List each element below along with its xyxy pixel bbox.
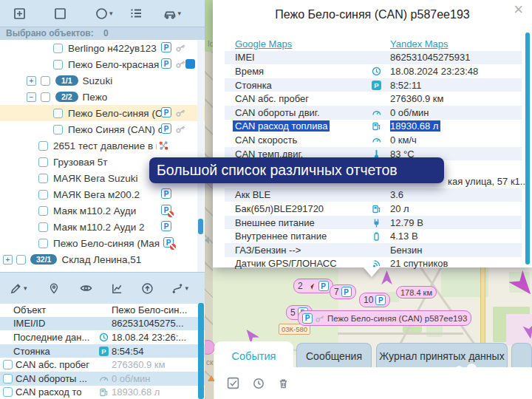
- map-cluster-7[interactable]: 7 P: [330, 284, 356, 299]
- eye-visibility-icon[interactable]: [79, 282, 93, 295]
- popup-row: Внешнее питание 12.79 В: [225, 216, 522, 230]
- reports-tooltip: Большой список различных отчетов: [149, 157, 444, 183]
- unit-row[interactable]: Пежо Бело-красная P: [0, 56, 205, 72]
- popup-row: Бак(65л)BLE291720 20 л: [225, 202, 522, 216]
- google-maps-link[interactable]: Google Maps: [235, 38, 292, 50]
- unit-row[interactable]: Пежо Бело-синяя (Мая P: [0, 235, 205, 251]
- key-icon: [174, 41, 188, 55]
- unit-row-selected[interactable]: Пежо Бело-синяя (С P: [0, 105, 205, 121]
- chevron-down-icon[interactable]: ▾: [109, 10, 113, 17]
- send-command-icon[interactable]: [141, 282, 154, 295]
- sensor-checkbox[interactable]: [3, 360, 13, 369]
- parking-badge-icon: P: [161, 221, 171, 231]
- unit-row[interactable]: Berlingo н422ув123 P: [0, 40, 205, 56]
- popup-scrollbar[interactable]: [525, 33, 530, 265]
- checkbox-checked-icon[interactable]: [227, 377, 239, 389]
- avito-watermark: Avito: [454, 364, 532, 390]
- group-count-badge: 2/2: [55, 92, 78, 102]
- group-row[interactable]: + 1/1 Suzuki: [0, 72, 205, 89]
- selection-square-icon[interactable]: [54, 7, 66, 20]
- info-row: Последние дан... 18.08.24 23:26:...: [0, 330, 205, 344]
- unit-checkbox[interactable]: [38, 174, 48, 183]
- group-checkbox[interactable]: [16, 255, 26, 265]
- edit-pencil-icon[interactable]: [10, 282, 22, 295]
- avito-logo-icon: [454, 364, 480, 390]
- location-pin-icon[interactable]: [48, 282, 60, 295]
- parking-icon: P: [372, 81, 381, 90]
- chevron-down-icon[interactable]: ▾: [24, 284, 27, 292]
- group-checkbox[interactable]: [41, 92, 50, 102]
- parking-badge-icon: P: [161, 107, 171, 117]
- info-row: Стоянка P 8:54:54: [0, 344, 205, 358]
- chart-icon[interactable]: [111, 282, 123, 295]
- chevron-down-icon[interactable]: ▾: [185, 284, 189, 292]
- chevron-down-icon[interactable]: ▾: [178, 10, 182, 17]
- sensor-checkbox[interactable]: [3, 387, 13, 397]
- unit-checkbox[interactable]: [53, 125, 63, 134]
- unit-checkbox[interactable]: [38, 190, 48, 200]
- unit-checkbox[interactable]: [53, 109, 63, 118]
- add-unit-icon[interactable]: [13, 7, 26, 20]
- map-green-field: [213, 259, 338, 355]
- expand-icon[interactable]: +: [27, 76, 36, 86]
- popup-row: IMEI 862531045275931: [225, 51, 522, 65]
- unit-checkbox[interactable]: [38, 157, 48, 167]
- units-toolbar: ▾ ▾: [0, 0, 205, 27]
- parking-badge-icon: P: [341, 287, 352, 297]
- unit-checkbox[interactable]: [53, 60, 63, 69]
- unit-checkbox[interactable]: [38, 206, 48, 216]
- unit-info-table: Объект Пежо Бело-син... IMEI/ID 86253104…: [0, 303, 205, 399]
- popup-row-selected[interactable]: CAN расход топлива 18930.68 л: [225, 120, 522, 134]
- selection-circle-icon[interactable]: [95, 7, 108, 20]
- close-icon[interactable]: ×: [514, 1, 523, 18]
- map-unit-bubble[interactable]: P Пежо Бело-синяя (CAN) p587ee193: [298, 310, 471, 326]
- map-cluster-2[interactable]: 2 P: [293, 279, 333, 293]
- gauge-icon: [372, 135, 381, 145]
- unit-row[interactable]: Маяк м110.2 Ауди P: [0, 202, 205, 219]
- sidebar-collapse-icon[interactable]: [205, 236, 209, 244]
- popup-row: ГАЗ/Бензин --> Бензин: [225, 243, 522, 257]
- tab-messages[interactable]: Сообщения: [296, 343, 372, 368]
- group-checkbox[interactable]: [41, 76, 50, 86]
- clock-icon: [99, 332, 109, 342]
- group-row[interactable]: − 2/2 Пежо: [0, 89, 205, 105]
- unit-list-scrollbar[interactable]: [197, 40, 204, 272]
- yandex-maps-link[interactable]: Yandex Maps: [390, 38, 449, 50]
- disabled-mark-icon: [170, 244, 176, 250]
- info-row: CAN абс. пробег 276360.9 км: [0, 358, 205, 372]
- cluster-count: 2: [298, 281, 303, 291]
- track-route-icon[interactable]: [171, 282, 184, 295]
- key-icon: [174, 106, 188, 120]
- map-cluster-10[interactable]: 10 P: [359, 293, 390, 307]
- track-arrow-icon: [522, 324, 532, 340]
- unit-row[interactable]: МАЯК Вега м200.2 P: [0, 186, 205, 202]
- key-icon: [174, 123, 188, 136]
- unit-row[interactable]: Маяк м110.2 Ауди 2 P: [0, 219, 205, 235]
- parking-icon: P: [99, 347, 109, 356]
- cluster-count: 7: [334, 287, 339, 297]
- list-view-icon[interactable]: [129, 7, 143, 20]
- unit-checkbox[interactable]: [38, 222, 48, 232]
- unit-checkbox[interactable]: [38, 239, 48, 248]
- clock-icon[interactable]: [253, 378, 265, 389]
- vehicle-filter-icon[interactable]: [163, 7, 177, 20]
- unit-row[interactable]: 2651 тест давление в ш: [0, 137, 205, 154]
- trash-icon[interactable]: [278, 378, 289, 389]
- gauge-icon: [372, 108, 381, 117]
- info-table-scrollbar[interactable]: [198, 303, 204, 399]
- sensor-checkbox[interactable]: [3, 374, 13, 383]
- unit-row[interactable]: Пежо Синяя (CAN) с P: [0, 121, 205, 137]
- popup-row: CAN абс. пробег 276360.9 км: [225, 92, 522, 106]
- expand-icon[interactable]: +: [3, 255, 13, 265]
- parking-badge-icon: P: [302, 313, 313, 324]
- unit-list-scrollbar-thumb[interactable]: [198, 219, 203, 234]
- tab-events[interactable]: События: [214, 341, 293, 371]
- unit-checkbox[interactable]: [38, 141, 48, 151]
- selected-count: 0: [103, 28, 109, 38]
- parking-badge-icon: P: [375, 295, 386, 305]
- clock-icon: [372, 66, 381, 76]
- sidebar: ▾ ▾ Выбрано объектов: 0 Berlingo н422ув1…: [0, 0, 205, 399]
- unit-checkbox[interactable]: [53, 44, 63, 53]
- collapse-icon[interactable]: −: [27, 92, 36, 102]
- group-row[interactable]: + 32/1 Склад Ленина,51: [0, 251, 205, 267]
